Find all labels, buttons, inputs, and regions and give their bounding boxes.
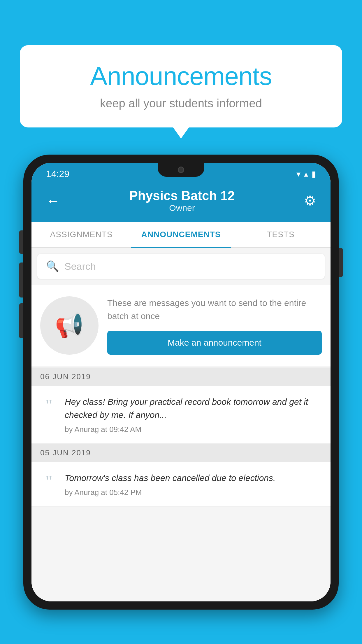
back-button[interactable]: ←	[46, 193, 60, 209]
wifi-icon: ▾	[296, 169, 301, 179]
tab-assignments[interactable]: ASSIGNMENTS	[31, 222, 131, 247]
speech-bubble: Announcements keep all your students inf…	[20, 45, 342, 127]
volume-silent-button	[19, 230, 23, 254]
announcement-meta-1: by Anurag at 09:42 AM	[65, 425, 322, 434]
phone-outer: 14:29 ▾ ▴ ▮ ← Physics Batch 12 Owner ⚙	[23, 155, 339, 610]
announcement-text-1: Hey class! Bring your practical record b…	[65, 395, 322, 434]
megaphone-icon: 📢	[55, 312, 84, 339]
app-header: ← Physics Batch 12 Owner ⚙	[31, 183, 331, 222]
battery-icon: ▮	[312, 169, 316, 179]
signal-icon: ▴	[304, 169, 308, 179]
announcement-message-2: Tomorrow's class has been cancelled due …	[65, 471, 322, 484]
quote-icon-2: "	[40, 474, 58, 489]
date-divider-1: 06 JUN 2019	[31, 368, 331, 386]
status-time: 14:29	[46, 169, 69, 179]
search-bar[interactable]: 🔍 Search	[37, 254, 325, 279]
settings-button[interactable]: ⚙	[304, 193, 316, 209]
announcement-meta-2: by Anurag at 05:42 PM	[65, 488, 322, 497]
phone-mockup: 14:29 ▾ ▴ ▮ ← Physics Batch 12 Owner ⚙	[23, 155, 339, 644]
volume-down-button	[19, 303, 23, 338]
volume-up-button	[19, 262, 23, 298]
header-center: Physics Batch 12 Owner	[129, 188, 235, 213]
tabs-container: ASSIGNMENTS ANNOUNCEMENTS TESTS	[31, 222, 331, 248]
batch-title: Physics Batch 12	[129, 188, 235, 203]
empty-state-content: These are messages you want to send to t…	[107, 296, 322, 355]
phone-notch	[158, 163, 204, 177]
bubble-subtitle: keep all your students informed	[40, 97, 322, 110]
status-icons: ▾ ▴ ▮	[296, 169, 316, 179]
front-camera	[178, 167, 184, 173]
date-divider-2: 05 JUN 2019	[31, 444, 331, 462]
power-button	[339, 248, 343, 277]
user-role: Owner	[129, 203, 235, 213]
announcement-item-2[interactable]: " Tomorrow's class has been cancelled du…	[31, 462, 331, 507]
quote-icon-1: "	[40, 398, 58, 413]
announcement-item-1[interactable]: " Hey class! Bring your practical record…	[31, 386, 331, 444]
tab-announcements[interactable]: ANNOUNCEMENTS	[131, 222, 231, 247]
search-icon: 🔍	[46, 260, 59, 272]
search-placeholder: Search	[64, 261, 96, 272]
speech-bubble-container: Announcements keep all your students inf…	[20, 45, 342, 127]
announcement-message-1: Hey class! Bring your practical record b…	[65, 395, 322, 421]
tab-tests[interactable]: TESTS	[231, 222, 331, 247]
bubble-title: Announcements	[40, 61, 322, 91]
make-announcement-button[interactable]: Make an announcement	[107, 331, 322, 355]
announcement-icon-circle: 📢	[40, 296, 99, 355]
announcement-text-2: Tomorrow's class has been cancelled due …	[65, 471, 322, 497]
content-area: 🔍 Search 📢 These are messages you want t…	[31, 248, 331, 601]
empty-state-description: These are messages you want to send to t…	[107, 296, 322, 323]
phone-screen: 14:29 ▾ ▴ ▮ ← Physics Batch 12 Owner ⚙	[31, 163, 331, 601]
empty-state: 📢 These are messages you want to send to…	[31, 285, 331, 366]
